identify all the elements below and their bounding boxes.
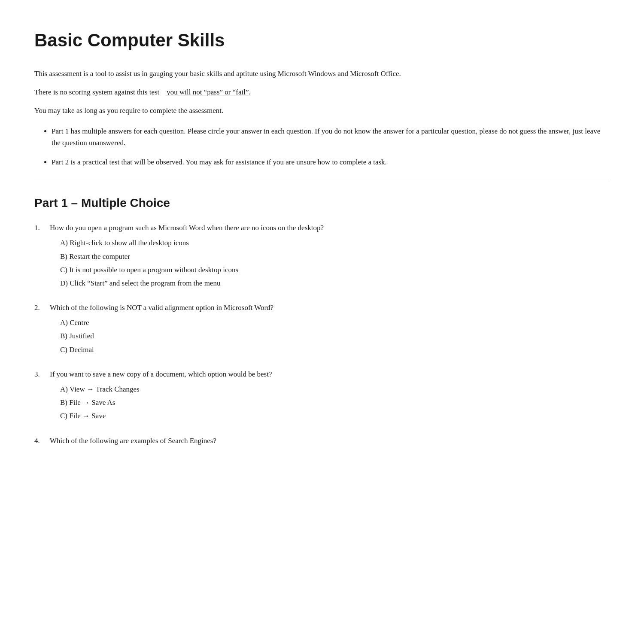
question-3-number: 3. [34,368,46,380]
q3-answer-b: B) File → Save As [60,397,610,408]
q3-answer-c: C) File → Save [60,410,610,422]
q2-answer-b: B) Justified [60,330,610,342]
question-list: 1. How do you open a program such as Mic… [34,222,610,447]
take-long-paragraph: You may take as long as you require to c… [34,105,610,116]
intro-bullet-2: Part 2 is a practical test that will be … [52,156,610,168]
q2-answer-a: A) Centre [60,317,610,328]
question-3: 3. If you want to save a new copy of a d… [34,368,610,422]
intro-paragraph-1: This assessment is a tool to assist us i… [34,68,610,79]
question-2: 2. Which of the following is NOT a valid… [34,302,610,355]
q1-answer-a: A) Right-click to show all the desktop i… [60,237,610,249]
question-3-answers: A) View → Track Changes B) File → Save A… [60,383,610,422]
intro-bullet-list: Part 1 has multiple answers for each que… [52,125,610,168]
no-scoring-paragraph: There is no scoring system against this … [34,86,610,98]
question-4-text: Which of the following are examples of S… [50,435,216,447]
q2-answer-c: C) Decimal [60,344,610,355]
q3-answer-a: A) View → Track Changes [60,383,610,395]
question-2-number: 2. [34,302,46,313]
question-4: 4. Which of the following are examples o… [34,435,610,447]
section-divider [34,181,610,181]
question-1-answers: A) Right-click to show all the desktop i… [60,237,610,289]
question-1: 1. How do you open a program such as Mic… [34,222,610,289]
q1-answer-d: D) Click “Start” and select the program … [60,277,610,289]
question-2-text: Which of the following is NOT a valid al… [50,302,273,313]
q1-answer-b: B) Restart the computer [60,251,610,262]
page-title: Basic Computer Skills [34,30,610,51]
q1-answer-c: C) It is not possible to open a program … [60,264,610,276]
question-1-number: 1. [34,222,46,234]
intro-bullet-1: Part 1 has multiple answers for each que… [52,125,610,149]
question-3-text: If you want to save a new copy of a docu… [50,368,272,380]
no-scoring-underline: you will not “pass” or “fail”. [167,88,250,96]
question-2-answers: A) Centre B) Justified C) Decimal [60,317,610,355]
no-scoring-prefix: There is no scoring system against this … [34,88,167,96]
part1-title: Part 1 – Multiple Choice [34,196,610,210]
question-1-text: How do you open a program such as Micros… [50,222,324,234]
question-4-number: 4. [34,435,46,447]
